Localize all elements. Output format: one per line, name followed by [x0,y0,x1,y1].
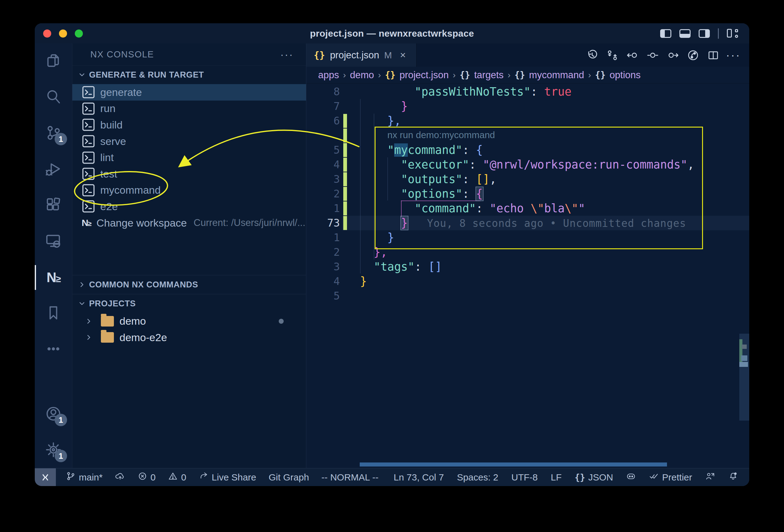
compare-changes-icon[interactable] [606,49,619,62]
toggle-panel-icon[interactable] [679,29,691,38]
horizontal-scrollbar[interactable] [360,463,667,467]
target-item-mycommand[interactable]: mycommand [72,182,306,199]
status-copilot[interactable] [626,471,636,483]
line-number: 3 [306,172,340,187]
breadcrumb-item-project.json[interactable]: project.json [399,69,449,81]
terminal-icon [82,118,95,132]
target-item-build[interactable]: build [72,117,306,133]
terminal-icon [82,167,95,180]
code-line[interactable]: 3 "tags": [] [306,259,749,274]
breadcrumb-item-targets[interactable]: targets [474,69,504,81]
status-sync[interactable] [115,471,125,483]
folder-icon [101,316,114,327]
minimize-window-button[interactable] [59,29,67,37]
code-line[interactable]: 1 } [306,230,749,245]
activity-item-explorer[interactable] [35,44,72,80]
nx-console-icon: N≥ [47,270,60,285]
code-line[interactable]: 6 }, [306,114,749,128]
zoom-window-button[interactable] [75,29,83,37]
code-line[interactable]: 2 }, [306,245,749,259]
section-generate-run-target[interactable]: GENERATE & RUN TARGET [72,65,306,84]
activity-item-run-debug[interactable] [35,151,72,188]
status-feedback[interactable] [705,471,715,483]
breadcrumb-item-mycommand[interactable]: mycommand [529,69,584,81]
status-errors[interactable]: 0 [138,471,156,483]
activity-item-bookmarks[interactable] [35,296,72,332]
code-line[interactable]: 5 "mycommand": { [306,143,749,157]
breadcrumb-item-apps[interactable]: apps [318,69,339,81]
toggle-secondary-sidebar-icon[interactable] [699,29,710,38]
customize-layout-icon[interactable] [727,29,739,38]
target-item-generate[interactable]: generate [72,84,306,101]
toggle-primary-sidebar-icon[interactable] [660,29,671,38]
code-line[interactable]: 5 [306,289,749,303]
activity-item-more[interactable] [35,332,72,367]
project-item-demo[interactable]: demo [72,313,306,329]
chevron-right-icon[interactable] [83,332,94,343]
next-change-icon[interactable] [666,49,679,62]
status-indentation[interactable]: Spaces: 2 [457,472,498,483]
status-eol[interactable]: LF [551,472,562,483]
target-item-test[interactable]: test [72,166,306,182]
chevron-down-icon [77,298,87,309]
status-cursor-position[interactable]: Ln 73, Col 7 [394,472,444,483]
change-icon[interactable] [646,49,659,62]
status-notifications[interactable] [728,471,738,483]
close-window-button[interactable] [43,29,51,37]
code-line[interactable]: 73 }You, 8 seconds ago • Uncommitted cha… [306,216,749,230]
tab-project-json[interactable]: {} project.json M × [306,44,417,67]
activity-item-remote-explorer[interactable] [35,223,72,259]
activity-item-extensions[interactable] [35,188,72,223]
git-graph-icon[interactable] [687,49,700,62]
status-encoding[interactable]: UTF-8 [511,472,538,483]
status-vim-mode[interactable]: -- NORMAL -- [321,472,379,483]
project-item-demo-e2e[interactable]: demo-e2e [72,329,306,346]
codelens-run-command[interactable]: nx run demo:mycommand [387,130,495,140]
more-icon[interactable]: ··· [727,49,740,62]
change-workspace-label: Change workspace [96,217,187,229]
split-editor-icon[interactable] [707,49,720,62]
status-label: Prettier [662,472,692,483]
status-prettier[interactable]: Prettier [649,471,692,483]
sidebar-more-icon[interactable]: ··· [280,49,293,60]
target-item-serve[interactable]: serve [72,133,306,149]
explorer-icon [45,52,62,71]
code-line[interactable]: 2 "options": { [306,187,749,201]
target-item-lint[interactable]: lint [72,149,306,166]
status-live-share[interactable]: Live Share [199,471,256,483]
code-line[interactable]: 3 "outputs": [], [306,172,749,187]
status-git-branch[interactable]: main* [66,471,103,483]
code-text: } [360,99,408,114]
status-bar: main*00Live ShareGit Graph-- NORMAL -- L… [35,468,749,486]
change-workspace-item[interactable]: N≥Change workspaceCurrent: /Users/juri/n… [72,215,306,231]
code-line[interactable]: 8 "passWithNoTests": true [306,84,749,99]
section-projects[interactable]: PROJECTS [72,294,306,313]
code-editor[interactable]: 8 "passWithNoTests": true7 }6 },nx run d… [306,83,749,468]
code-lens-row[interactable]: nx run demo:mycommand [306,128,749,143]
status-language-mode[interactable]: {}JSON [575,472,613,483]
status-git-graph[interactable]: Git Graph [269,472,309,483]
title-bar: project.json — newnxreactwrkspace [35,23,749,44]
code-line[interactable]: 4} [306,274,749,289]
activity-item-search[interactable] [35,80,72,115]
breadcrumb-item-demo[interactable]: demo [350,69,374,81]
remote-indicator[interactable] [35,468,56,486]
status-warnings[interactable]: 0 [168,471,186,483]
activity-item-settings[interactable]: 1 [35,432,72,468]
code-text: "tags": [] [360,259,442,274]
section-common-nx-commands[interactable]: COMMON NX COMMANDS [72,275,306,294]
target-item-e2e[interactable]: e2e [72,198,306,215]
history-icon[interactable] [586,49,599,62]
code-line[interactable]: 4 "executor": "@nrwl/workspace:run-comma… [306,157,749,172]
chevron-right-icon[interactable] [83,316,94,327]
activity-item-accounts[interactable]: 1 [35,396,72,432]
nx-logo-icon: N≥ [82,218,91,228]
activity-item-nx-console[interactable]: N≥ [35,259,72,296]
target-item-run[interactable]: run [72,101,306,117]
previous-change-icon[interactable] [626,49,639,62]
tab-close-icon[interactable]: × [400,49,406,61]
code-line[interactable]: 1 "command": "echo \"bla\"" [306,201,749,216]
code-line[interactable]: 7 } [306,99,749,114]
activity-item-source-control[interactable]: 1 [35,115,72,151]
breadcrumb-item-options[interactable]: options [610,69,641,81]
